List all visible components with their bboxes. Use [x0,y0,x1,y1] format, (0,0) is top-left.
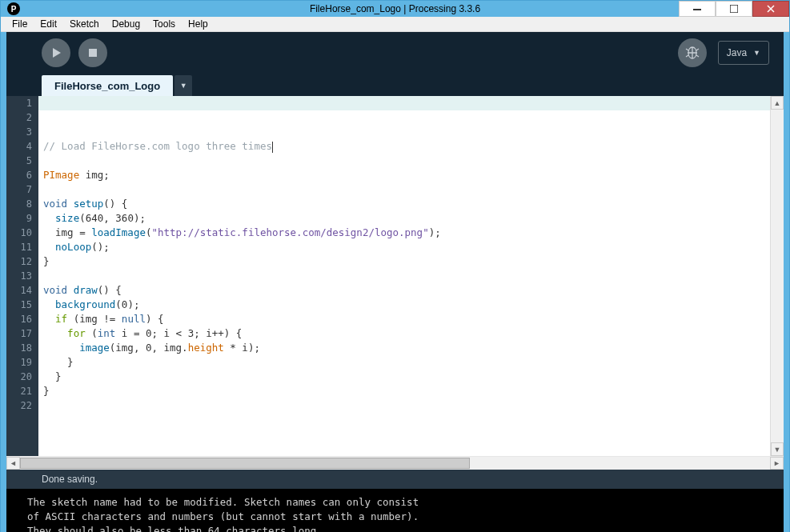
menu-sketch[interactable]: Sketch [63,17,106,31]
code-token: PImage [43,169,79,181]
code-token: } [43,370,62,382]
toolbar: Java ▼ [6,32,784,74]
code-line[interactable]: PImage img; [43,168,770,182]
line-number: 12 [6,254,32,269]
close-button[interactable] [752,1,789,17]
code-line[interactable]: } [43,384,770,398]
scroll-up-icon[interactable]: ▲ [771,96,784,110]
code-token: ( [86,327,98,339]
code-line[interactable]: for (int i = 0; i < 3; i++) { [43,326,770,341]
scroll-down-icon[interactable]: ▼ [771,442,784,456]
code-line[interactable]: noLoop(); [43,240,770,254]
svg-rect-0 [693,9,701,10]
code-line[interactable]: if (img != null) { [43,312,770,326]
code-token: background [55,298,115,310]
scrollbar-thumb[interactable] [20,458,470,469]
current-line-highlight [38,96,770,110]
line-number: 5 [6,154,32,168]
mode-selector[interactable]: Java ▼ [718,41,769,65]
tab-active[interactable]: FileHorse_com_Logo [42,75,173,96]
debug-icon [685,46,700,60]
console-panel[interactable]: The sketch name had to be modified. Sket… [6,489,784,532]
line-number: 20 [6,370,32,384]
code-token: noLoop [55,241,91,253]
menu-help[interactable]: Help [182,17,215,31]
code-token: (img, 0, img. [110,342,188,354]
tab-menu-button[interactable]: ▼ [174,75,192,96]
code-line[interactable]: image(img, 0, img.height * i); [43,341,770,355]
horizontal-scrollbar[interactable]: ◄ ► [6,456,784,470]
code-token: (0); [115,298,139,310]
line-number: 6 [6,168,32,182]
minimize-icon [693,5,701,13]
code-line[interactable] [43,154,770,168]
line-number: 14 [6,283,32,298]
line-number: 17 [6,326,32,341]
line-number: 2 [6,110,32,125]
line-number: 16 [6,312,32,326]
editor-viewport: 12345678910111213141516171819202122 // L… [6,96,784,456]
code-token [67,198,74,210]
code-line[interactable]: // Load FileHorse.com logo three times [43,139,770,154]
code-token: image [79,342,110,354]
code-line[interactable] [43,398,770,413]
console-line: They should also be less than 64 charact… [27,524,784,532]
tab-row: FileHorse_com_Logo ▼ [6,74,784,96]
code-token: for [67,327,86,339]
code-line[interactable]: void draw() { [43,283,770,298]
code-line[interactable]: } [43,254,770,269]
code-token: size [55,212,79,224]
code-token: "http://static.filehorse.com/design2/log… [151,226,428,238]
menu-file[interactable]: File [6,17,34,31]
scrollbar-track[interactable] [20,457,770,470]
menu-tools[interactable]: Tools [146,17,182,31]
vertical-scrollbar[interactable]: ▲ ▼ [770,96,784,456]
menu-debug[interactable]: Debug [106,17,146,31]
code-line[interactable]: void setup() { [43,197,770,211]
code-line[interactable] [43,442,770,456]
titlebar[interactable]: P FileHorse_com_Logo | Processing 3.3.6 [1,1,789,17]
text-caret [272,142,273,153]
svg-rect-3 [89,49,97,57]
code-line[interactable] [43,413,770,427]
line-number: 4 [6,139,32,154]
code-line[interactable] [43,182,770,197]
code-token: (640, 360); [79,212,146,224]
menu-edit[interactable]: Edit [34,17,63,31]
scroll-right-icon[interactable]: ► [770,457,784,470]
scroll-left-icon[interactable]: ◄ [6,457,20,470]
code-line[interactable] [43,269,770,283]
stop-button[interactable] [78,38,107,67]
maximize-button[interactable] [716,1,752,17]
code-line[interactable]: background(0); [43,298,770,312]
debug-button[interactable] [678,38,707,67]
console-line: of ASCII characters and numbers (but can… [27,510,784,524]
minimize-button[interactable] [679,1,716,17]
code-line[interactable]: } [43,355,770,370]
status-bar: Done saving. [6,470,784,489]
code-token: * i); [224,342,260,354]
code-token: img = [43,226,91,238]
play-icon [50,47,62,58]
stop-icon [87,47,98,58]
code-token: void [43,198,67,210]
line-number: 10 [6,226,32,240]
line-number: 3 [6,125,32,139]
code-line[interactable]: } [43,370,770,384]
code-line[interactable] [43,427,770,442]
code-token: img; [79,169,110,181]
code-token: (); [91,241,110,253]
code-token: () { [98,284,122,296]
code-token: void [43,284,67,296]
line-number: 9 [6,211,32,226]
code-line[interactable]: size(640, 360); [43,211,770,226]
scrollbar-track[interactable] [771,110,784,442]
status-text: Done saving. [42,474,98,485]
run-button[interactable] [42,38,70,67]
code-token: } [43,385,50,397]
app-window: P FileHorse_com_Logo | Processing 3.3.6 … [0,0,790,532]
code-line[interactable]: img = loadImage("http://static.filehorse… [43,226,770,240]
line-number: 22 [6,398,32,413]
code-area[interactable]: // Load FileHorse.com logo three timesPI… [38,96,770,456]
code-token [43,212,55,224]
